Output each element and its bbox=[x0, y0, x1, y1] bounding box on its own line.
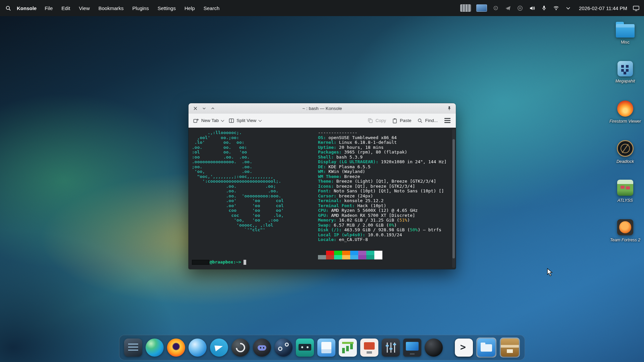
dock-web-browser-icon[interactable] bbox=[189, 339, 207, 357]
dock-konsole-active-icon[interactable] bbox=[455, 339, 473, 357]
paste-button[interactable]: Paste bbox=[392, 118, 412, 123]
dock-steam-icon[interactable] bbox=[274, 339, 292, 357]
dock-edge-browser-icon[interactable] bbox=[146, 339, 164, 357]
palette-block bbox=[350, 255, 358, 259]
dock-archive-manager-icon[interactable] bbox=[501, 339, 519, 357]
menu-plugins[interactable]: Plugins bbox=[132, 5, 149, 11]
media-pause-icon[interactable] bbox=[517, 5, 523, 11]
fetch-label: Icons: bbox=[318, 184, 334, 189]
network-icon[interactable] bbox=[553, 5, 559, 11]
desktop-icon-label: ATLYSS bbox=[618, 198, 633, 203]
new-tab-button[interactable]: New Tab bbox=[193, 118, 224, 123]
menu-search[interactable]: Search bbox=[204, 5, 220, 11]
fetch-line-font: Font: Noto Sans (10pt) [Qt], Noto Sans (… bbox=[318, 189, 447, 194]
menu-help[interactable]: Help bbox=[184, 5, 195, 11]
palette-block bbox=[326, 255, 334, 259]
menu-view[interactable]: View bbox=[79, 5, 90, 11]
window-title: ~ : bash — Konsole bbox=[189, 106, 456, 111]
search-icon[interactable] bbox=[5, 5, 11, 11]
dock-firefox-icon[interactable] bbox=[167, 339, 185, 357]
minimize-button[interactable] bbox=[201, 105, 207, 112]
volume-icon[interactable] bbox=[529, 5, 535, 11]
dock-telegram-icon[interactable] bbox=[210, 339, 228, 357]
find-button[interactable]: Find... bbox=[417, 118, 438, 123]
fetch-line-packages: Packages: 3965 (rpm), 80 (flatpak) bbox=[318, 150, 447, 155]
dock-media-player-icon[interactable] bbox=[296, 339, 314, 357]
titlebar[interactable]: ~ : bash — Konsole bbox=[189, 103, 456, 114]
usage-percent: 51% bbox=[399, 218, 407, 223]
pin-button[interactable] bbox=[446, 105, 452, 112]
window-preview-1[interactable] bbox=[460, 4, 471, 12]
dock-obs-studio-icon[interactable] bbox=[231, 339, 250, 357]
microphone-icon[interactable] bbox=[541, 5, 547, 11]
menu-file[interactable]: File bbox=[45, 5, 53, 11]
hamburger-icon bbox=[444, 120, 450, 121]
desktop-icon-atlyss[interactable]: ATLYSS bbox=[603, 180, 644, 203]
palette-block bbox=[318, 251, 326, 255]
fetch-label: DE: bbox=[318, 164, 326, 169]
split-view-label: Split View bbox=[236, 118, 256, 123]
terminal-cursor bbox=[244, 260, 246, 265]
desktop-icon-firestorm-viewer[interactable]: Firestorm Viewer bbox=[603, 101, 644, 124]
fetch-label: Cursor: bbox=[318, 193, 336, 198]
palette-block bbox=[334, 251, 342, 255]
dock-spreadsheet-app-icon[interactable] bbox=[339, 339, 357, 357]
fetch-label: Locale: bbox=[318, 237, 336, 242]
palette-block bbox=[366, 255, 374, 259]
fetch-label: Local IP (wlp4s0): bbox=[318, 232, 365, 237]
menu-bookmarks[interactable]: Bookmarks bbox=[98, 5, 123, 11]
dock-dark-app-icon[interactable] bbox=[425, 339, 443, 357]
chevron-down-icon bbox=[259, 119, 262, 122]
fetch-label: Uptime: bbox=[318, 145, 336, 150]
clock[interactable]: 2026-02-07 11:44 PM bbox=[579, 5, 627, 11]
dock-presentation-app-icon[interactable] bbox=[360, 339, 378, 357]
fetch-line-icons: Icons: breeze [Qt], breeze [GTK2/3/4] bbox=[318, 184, 447, 189]
dock-discord-icon[interactable] bbox=[253, 339, 271, 357]
fetch-line-cursor: Cursor: breeze (24px) bbox=[318, 194, 447, 199]
konsole-window: ~ : bash — Konsole New Tab Split View Co… bbox=[189, 103, 456, 269]
desktop-icon-misc[interactable]: Misc bbox=[603, 21, 644, 45]
fetch-label: Terminal: bbox=[318, 198, 341, 203]
fetch-separator: --------------- bbox=[318, 130, 447, 135]
ascii-logo: .,:lloooooc;. ,ool' oo.;oo: .lo' oo. oo:… bbox=[192, 130, 284, 233]
status-icon[interactable] bbox=[492, 5, 499, 11]
fetch-label: Terminal Font: bbox=[318, 203, 355, 208]
dock-file-manager-icon[interactable] bbox=[477, 339, 495, 357]
menu-settings[interactable]: Settings bbox=[158, 5, 176, 11]
desktop-icon-team-fortress-2[interactable]: Team Fortress 2 bbox=[603, 219, 644, 242]
desktop-icon-label: Firestorm Viewer bbox=[609, 119, 641, 124]
expand-arrow-icon[interactable] bbox=[565, 5, 572, 11]
palette-block bbox=[374, 251, 382, 255]
fetch-label: Packages: bbox=[318, 149, 341, 155]
virtual-desktop-icon[interactable] bbox=[633, 5, 639, 11]
fetch-line-wm-theme: WM Theme: Breeze bbox=[318, 174, 447, 179]
tf2-icon bbox=[617, 219, 633, 235]
window-preview-2[interactable] bbox=[476, 4, 487, 12]
scrollbar-thumb[interactable] bbox=[452, 139, 455, 258]
deadlock-icon bbox=[617, 140, 634, 157]
copy-button[interactable]: Copy bbox=[368, 118, 386, 123]
terminal-view[interactable]: .,:lloooooc;. ,ool' oo.;oo: .lo' oo. oo:… bbox=[189, 128, 456, 269]
split-view-button[interactable]: Split View bbox=[229, 118, 262, 123]
scrollbar[interactable] bbox=[452, 129, 455, 268]
dock-audio-mixer-icon[interactable] bbox=[382, 339, 400, 357]
dock-text-editor-icon[interactable] bbox=[317, 339, 335, 357]
telegram-icon[interactable] bbox=[504, 5, 511, 11]
palette-block bbox=[342, 251, 350, 255]
desktop-icon-megapahit[interactable]: Megapahit bbox=[603, 61, 644, 83]
chevron-down-icon bbox=[221, 119, 224, 122]
maximize-button[interactable] bbox=[209, 105, 216, 112]
palette-row-1 bbox=[318, 251, 382, 255]
dock-pinned-terminal-icon[interactable] bbox=[124, 339, 142, 357]
desktop-icon-deadlock[interactable]: Deadlock bbox=[603, 140, 644, 164]
fetch-line-uptime: Uptime: 20 hours, 18 mins bbox=[318, 145, 447, 150]
active-app-name: Konsole bbox=[17, 5, 37, 11]
fetch-line-memory: Memory: 16.02 GiB / 31.25 GiB (51%) bbox=[318, 218, 447, 223]
menu-button[interactable] bbox=[444, 117, 451, 124]
close-button[interactable] bbox=[192, 105, 199, 112]
dock-display-app-icon[interactable] bbox=[403, 339, 421, 357]
find-label: Find... bbox=[425, 118, 438, 123]
desktop-icon-label: Team Fortress 2 bbox=[610, 238, 641, 242]
menu-edit[interactable]: Edit bbox=[61, 5, 70, 11]
redacted-username bbox=[192, 260, 209, 265]
